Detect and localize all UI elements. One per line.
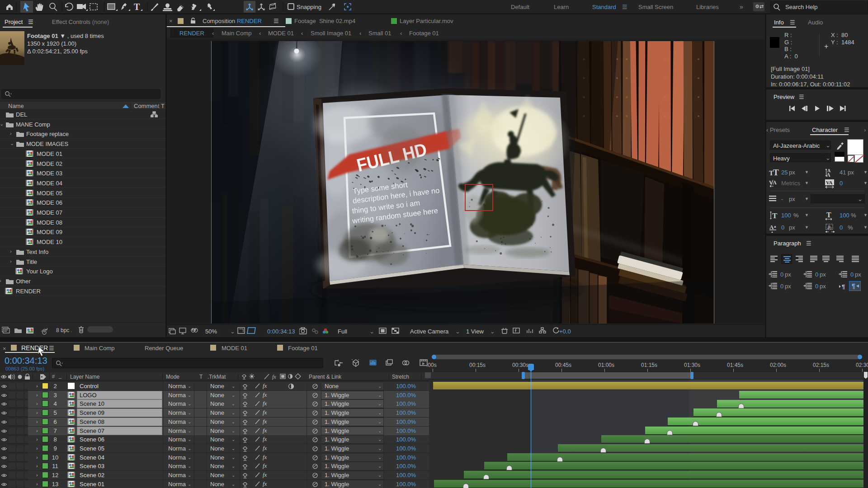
svg-text:a: a <box>774 224 776 229</box>
svg-text:A: A <box>769 224 774 230</box>
svg-text:A: A <box>826 172 830 178</box>
svg-text:fx: fx <box>272 374 276 380</box>
svg-text:T: T <box>773 168 779 177</box>
svg-text:VA: VA <box>826 180 833 185</box>
svg-text:A: A <box>773 179 777 186</box>
svg-text:T: T <box>134 2 140 12</box>
svg-text:T: T <box>772 211 778 220</box>
svg-text:T: T <box>826 211 831 219</box>
svg-text:¶: ¶ <box>842 283 845 290</box>
svg-text:¶: ¶ <box>852 282 855 290</box>
svg-text:あ: あ <box>827 225 832 230</box>
